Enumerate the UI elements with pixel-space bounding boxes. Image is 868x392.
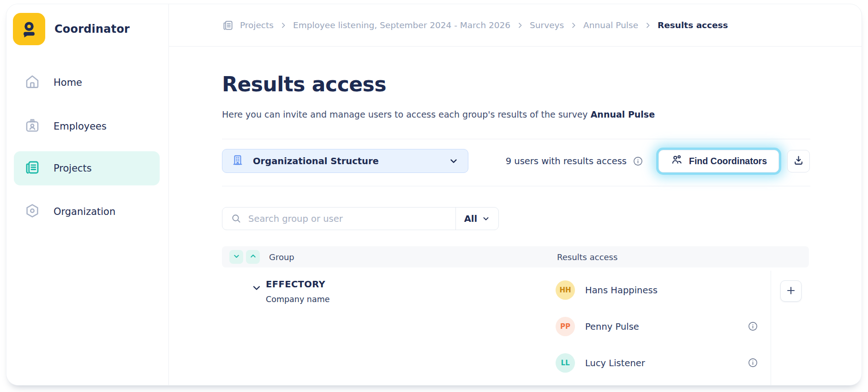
- home-icon: [24, 73, 41, 92]
- user-row: HH Hans Happiness: [556, 279, 658, 301]
- download-button[interactable]: [787, 150, 810, 172]
- avatar: LL: [556, 353, 575, 373]
- user-name: Penny Pulse: [585, 321, 639, 332]
- find-coordinators-label: Find Coordinators: [689, 156, 767, 166]
- page-subtitle-text: Here you can invite and manage users to …: [222, 109, 591, 119]
- sidebar-item-label: Projects: [54, 163, 92, 174]
- structure-selector-dropdown[interactable]: Organizational Structure: [222, 149, 468, 173]
- users-count-text: 9 users with results access: [506, 156, 627, 166]
- sidebar-item-label: Home: [54, 77, 82, 88]
- group-name: EFFECTORY: [266, 279, 325, 290]
- structure-selector-value: Organizational Structure: [253, 156, 379, 166]
- search-icon: [231, 213, 242, 224]
- toolbar-right-cluster: 9 users with results access: [506, 149, 810, 173]
- row-expand-chevron-icon[interactable]: [251, 282, 262, 293]
- chevron-down-icon: [449, 156, 459, 166]
- projects-icon: [24, 159, 41, 178]
- breadcrumb-bar: Projects Employee listening, September 2…: [169, 4, 862, 47]
- user-name: Hans Happiness: [585, 285, 658, 296]
- sidebar-item-label: Employees: [54, 121, 107, 132]
- coordinator-logo-icon: [13, 13, 45, 45]
- info-circle-icon[interactable]: [748, 358, 758, 368]
- sidebar-item-label: Organization: [54, 206, 115, 217]
- divider: [771, 271, 771, 386]
- user-name: Lucy Listener: [585, 358, 645, 368]
- find-coordinators-button[interactable]: Find Coordinators: [658, 150, 779, 172]
- breadcrumb-item-annual-pulse[interactable]: Annual Pulse: [583, 20, 638, 30]
- scope-filter-value: All: [464, 214, 477, 224]
- info-circle-icon[interactable]: [748, 321, 758, 331]
- search-filter-control: All: [222, 207, 499, 230]
- group-subtitle: Company name: [266, 295, 329, 304]
- id-badge-icon: [24, 117, 41, 136]
- info-circle-icon[interactable]: [633, 156, 643, 166]
- people-icon: [670, 154, 683, 168]
- brand: Coordinator: [13, 13, 130, 45]
- avatar: PP: [556, 317, 575, 336]
- main-area: Projects Employee listening, September 2…: [169, 4, 862, 385]
- chevron-down-icon: [233, 252, 240, 261]
- user-row: PP Penny Pulse: [556, 316, 639, 337]
- app-window: Coordinator Home Employee: [6, 4, 862, 386]
- divider: [222, 139, 810, 139]
- breadcrumb-item-surveys[interactable]: Surveys: [530, 20, 564, 30]
- breadcrumb: Projects Employee listening, September 2…: [222, 19, 728, 31]
- chevron-right-icon: [516, 22, 524, 29]
- page-title: Results access: [222, 72, 386, 96]
- chevron-right-icon: [644, 22, 652, 29]
- page-subtitle: Here you can invite and manage users to …: [222, 109, 655, 119]
- chevron-right-icon: [280, 22, 287, 29]
- plus-icon: [785, 285, 796, 297]
- collapse-all-button[interactable]: [229, 250, 243, 264]
- sidebar: Coordinator Home Employee: [6, 4, 169, 385]
- search-input[interactable]: [242, 214, 455, 224]
- chevron-up-icon: [249, 252, 257, 261]
- user-row: LL Lucy Listener: [556, 352, 645, 374]
- sidebar-item-home[interactable]: Home: [14, 65, 160, 100]
- building-icon: [232, 154, 244, 168]
- breadcrumb-item-projects[interactable]: Projects: [240, 20, 274, 30]
- divider: [222, 186, 810, 186]
- column-header-results-access: Results access: [557, 252, 617, 262]
- page-subtitle-survey-name: Annual Pulse: [591, 109, 655, 119]
- app-title: Coordinator: [54, 23, 130, 36]
- add-user-button[interactable]: [780, 280, 802, 302]
- avatar: HH: [556, 280, 575, 300]
- download-icon: [793, 154, 804, 167]
- breadcrumb-document-icon: [222, 19, 234, 31]
- chevron-right-icon: [570, 22, 577, 29]
- chevron-down-icon: [482, 214, 490, 223]
- sidebar-item-projects[interactable]: Projects: [14, 151, 160, 185]
- breadcrumb-item-project[interactable]: Employee listening, September 2024 - Mar…: [293, 20, 510, 30]
- sidebar-item-employees[interactable]: Employees: [14, 109, 160, 143]
- table-header-row: Group Results access: [222, 246, 809, 267]
- organization-icon: [24, 202, 41, 221]
- breadcrumb-item-current: Results access: [658, 20, 728, 30]
- scope-filter-dropdown[interactable]: All: [456, 208, 498, 230]
- column-header-group: Group: [269, 252, 294, 262]
- sidebar-item-organization[interactable]: Organization: [14, 195, 160, 229]
- expand-all-button[interactable]: [246, 250, 260, 264]
